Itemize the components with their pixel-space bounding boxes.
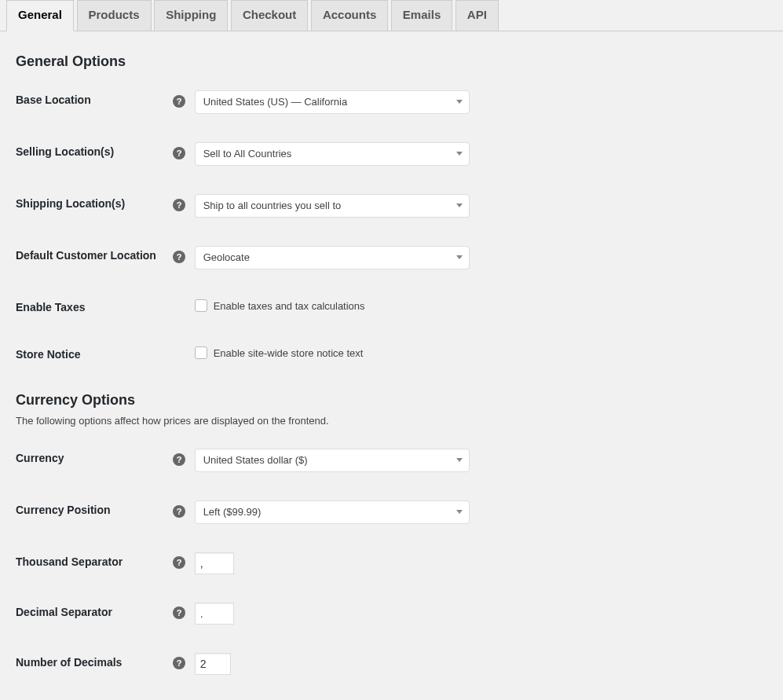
help-icon[interactable]: ? — [173, 657, 185, 669]
currency-options-heading: Currency Options — [16, 392, 767, 409]
selling-locations-select[interactable]: Sell to All Countries — [195, 142, 470, 166]
help-icon[interactable]: ? — [173, 453, 185, 466]
default-customer-location-value: Geolocate — [203, 251, 250, 263]
store-notice-checkbox-label: Enable site-wide store notice text — [214, 347, 364, 359]
help-icon[interactable]: ? — [173, 199, 185, 211]
settings-tabs: General Products Shipping Checkout Accou… — [0, 0, 783, 31]
chevron-down-icon — [456, 100, 463, 104]
chevron-down-icon — [456, 510, 463, 514]
number-of-decimals-input[interactable] — [195, 653, 231, 675]
help-icon[interactable]: ? — [173, 95, 185, 108]
tab-products[interactable]: Products — [77, 0, 152, 31]
base-location-select[interactable]: United States (US) — California — [195, 90, 470, 114]
chevron-down-icon — [456, 203, 463, 207]
shipping-locations-value: Ship to all countries you sell to — [203, 200, 342, 211]
thousand-separator-label: Thousand Separator — [16, 538, 173, 588]
currency-options-table: Currency ? United States dollar ($) Curr… — [16, 434, 767, 689]
tab-accounts[interactable]: Accounts — [311, 0, 388, 31]
help-icon[interactable]: ? — [173, 505, 185, 518]
currency-position-value: Left ($99.99) — [203, 506, 262, 518]
chevron-down-icon — [456, 458, 463, 462]
shipping-locations-select[interactable]: Ship to all countries you sell to — [195, 194, 470, 218]
help-icon[interactable]: ? — [173, 251, 185, 263]
number-of-decimals-label: Number of Decimals — [16, 639, 173, 689]
thousand-separator-input[interactable] — [195, 552, 234, 574]
tab-checkout[interactable]: Checkout — [231, 0, 308, 31]
selling-locations-label: Selling Location(s) — [16, 128, 173, 180]
settings-content: General Options Base Location ? United S… — [0, 31, 783, 701]
default-customer-location-select[interactable]: Geolocate — [195, 246, 470, 269]
currency-select[interactable]: United States dollar ($) — [195, 449, 470, 472]
shipping-locations-label: Shipping Location(s) — [16, 180, 173, 232]
store-notice-checkbox[interactable] — [195, 346, 207, 359]
tab-shipping[interactable]: Shipping — [154, 0, 228, 31]
base-location-label: Base Location — [16, 76, 173, 128]
currency-position-label: Currency Position — [16, 486, 173, 538]
default-customer-location-label: Default Customer Location — [16, 232, 173, 284]
enable-taxes-checkbox[interactable] — [195, 299, 207, 312]
general-options-heading: General Options — [16, 53, 767, 70]
help-icon[interactable]: ? — [173, 556, 185, 569]
currency-options-description: The following options affect how prices … — [16, 415, 767, 427]
currency-position-select[interactable]: Left ($99.99) — [195, 500, 470, 524]
selling-locations-value: Sell to All Countries — [203, 148, 292, 159]
help-icon[interactable]: ? — [173, 607, 185, 619]
help-icon[interactable]: ? — [173, 147, 185, 159]
currency-value: United States dollar ($) — [203, 454, 308, 466]
general-options-table: Base Location ? United States (US) — Cal… — [16, 76, 767, 378]
enable-taxes-label: Enable Taxes — [16, 284, 173, 331]
chevron-down-icon — [456, 152, 463, 156]
decimal-separator-label: Decimal Separator — [16, 588, 173, 639]
chevron-down-icon — [456, 255, 463, 259]
tab-api[interactable]: API — [456, 0, 499, 31]
enable-taxes-checkbox-label: Enable taxes and tax calculations — [214, 300, 365, 312]
store-notice-label: Store Notice — [16, 331, 173, 378]
tab-general[interactable]: General — [6, 0, 74, 31]
decimal-separator-input[interactable] — [195, 603, 234, 625]
currency-label: Currency — [16, 434, 173, 486]
tab-emails[interactable]: Emails — [391, 0, 452, 31]
base-location-value: United States (US) — California — [203, 96, 348, 108]
